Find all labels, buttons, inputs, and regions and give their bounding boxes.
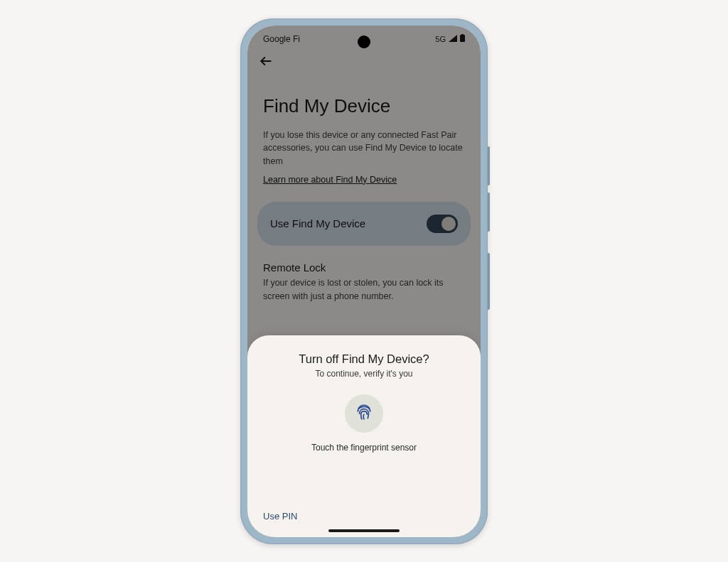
volume-down-button[interactable]: [488, 193, 490, 232]
use-pin-button[interactable]: Use PIN: [263, 511, 297, 522]
power-button[interactable]: [488, 253, 490, 310]
prompt-subtitle: To continue, verify it's you: [263, 369, 465, 379]
navigation-handle[interactable]: [328, 529, 400, 532]
biometric-prompt-sheet: Turn off Find My Device? To continue, ve…: [247, 335, 481, 537]
fingerprint-sensor[interactable]: [345, 394, 383, 433]
prompt-title: Turn off Find My Device?: [263, 352, 465, 366]
phone-screen: Google Fi 5G Find My Device If you los: [247, 26, 481, 537]
phone-frame: Google Fi 5G Find My Device If you los: [240, 18, 488, 544]
fingerprint-icon: [355, 403, 373, 424]
camera-hole: [358, 36, 370, 48]
fingerprint-hint: Touch the fingerprint sensor: [263, 443, 465, 453]
volume-up-button[interactable]: [488, 146, 490, 185]
